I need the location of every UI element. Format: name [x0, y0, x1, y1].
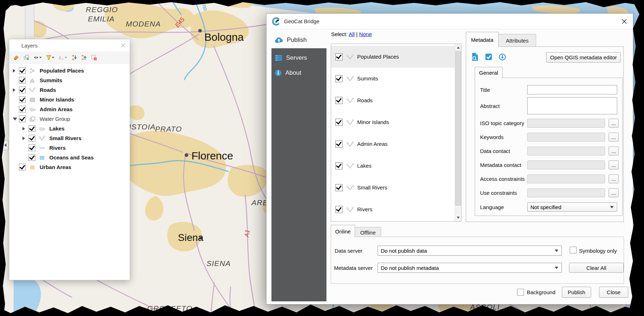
list-item-summits[interactable]: Summits [331, 68, 461, 89]
item-checkbox[interactable] [335, 53, 343, 60]
layer-checkbox[interactable] [19, 67, 26, 74]
list-item-small-rivers[interactable]: Small Rivers [331, 177, 461, 198]
symbology-only-checkbox[interactable] [570, 247, 576, 253]
expand-all-icon[interactable] [72, 55, 78, 60]
data-server-value: Do not publish data [381, 248, 427, 254]
list-item-roads[interactable]: Roads [331, 89, 461, 111]
iso-topic-category-browse-button[interactable]: ... [609, 119, 619, 128]
layer-row-urban-areas[interactable]: Urban Areas [9, 162, 130, 172]
layer-checkbox[interactable] [19, 77, 26, 84]
tab-offline[interactable]: Offline [355, 227, 381, 238]
title-input[interactable] [527, 85, 617, 94]
expand-right-icon[interactable] [13, 88, 17, 92]
map-themes-icon[interactable] [34, 55, 42, 60]
background-checkbox[interactable] [517, 289, 524, 296]
geocat-bridge-dialog: GeoCat Bridge Publish [266, 13, 633, 305]
keywords-browse-button[interactable]: ... [609, 133, 619, 142]
layer-label: Summits [40, 77, 62, 83]
layer-checkbox[interactable] [29, 144, 35, 151]
layer-checkbox[interactable] [19, 96, 26, 103]
layer-row-small-rivers[interactable]: Small Rivers [9, 133, 130, 143]
map-label-siena-city: Siena [178, 232, 204, 243]
expand-right-icon[interactable] [23, 127, 27, 130]
tab-metadata[interactable]: Metadata [466, 32, 499, 47]
close-icon[interactable] [120, 43, 126, 48]
expand-down-icon[interactable] [13, 118, 17, 120]
data-contact-browse-button[interactable]: ... [609, 147, 619, 155]
list-item-populated-places[interactable]: Populated Places [331, 46, 461, 68]
layer-row-oceans-and-seas[interactable]: Oceans and Seas [9, 153, 130, 162]
scrollbar[interactable] [455, 44, 461, 221]
nav-item-about[interactable]: About [271, 66, 326, 80]
preview-metadata-icon[interactable] [471, 53, 479, 61]
publish-button[interactable]: Publish [562, 287, 591, 298]
button-label: Clear All [586, 265, 606, 271]
item-checkbox[interactable] [335, 140, 343, 148]
scroll-up-icon[interactable] [455, 44, 461, 50]
line-symbol-icon [29, 87, 37, 93]
use-constraints-browse-button[interactable]: ... [609, 188, 619, 197]
layer-checkbox[interactable] [29, 154, 35, 161]
clear-all-button[interactable]: Clear All [569, 263, 624, 273]
button-label: Publish [568, 289, 585, 295]
abstract-textarea[interactable] [527, 97, 617, 114]
list-item-lakes[interactable]: Lakes [331, 155, 461, 177]
layer-checkbox[interactable] [29, 125, 35, 132]
layer-row-minor-islands[interactable]: Minor Islands [9, 95, 130, 104]
metadata-contact-browse-button[interactable]: ... [609, 161, 619, 169]
collapse-all-icon[interactable] [81, 55, 87, 60]
layer-checkbox[interactable] [19, 87, 26, 93]
list-item-rivers[interactable]: Rivers [331, 198, 461, 220]
item-checkbox[interactable] [335, 97, 343, 104]
tab-general[interactable]: General [475, 67, 503, 78]
layer-row-rivers[interactable]: Rivers [9, 143, 130, 153]
layers-tree: Populated Places Summits Roads Minor Isl… [9, 66, 130, 280]
item-checkbox[interactable] [335, 184, 343, 191]
close-icon[interactable] [621, 19, 627, 24]
open-qgis-metadata-editor-button[interactable]: Open QGIS metadata editor [546, 52, 621, 63]
data-server-select[interactable]: Do not publish data [378, 246, 562, 256]
item-checkbox[interactable] [335, 206, 343, 213]
validate-metadata-icon[interactable] [485, 53, 493, 61]
publish-layer-list[interactable]: Populated Places Summits Roads Minor Isl… [331, 44, 461, 222]
layer-checkbox[interactable] [19, 106, 26, 113]
dialog-titlebar[interactable]: GeoCat Bridge [266, 14, 633, 29]
style-manager-icon[interactable] [14, 55, 20, 60]
scrollbar-thumb[interactable] [455, 51, 461, 206]
expand-right-icon[interactable] [13, 69, 17, 73]
layer-row-lakes[interactable]: Lakes [9, 124, 130, 133]
close-button[interactable]: Close [599, 287, 628, 298]
panel-collapse-button[interactable] [2, 140, 9, 150]
layer-row-water-group[interactable]: Water Group [9, 114, 130, 124]
import-metadata-icon[interactable] [499, 53, 506, 61]
layer-row-admin-areas[interactable]: Admin Areas [9, 104, 130, 114]
language-select[interactable]: Not specified [527, 202, 617, 212]
remove-layer-icon[interactable] [91, 55, 97, 60]
expression-filter-icon[interactable]: ε [59, 55, 68, 60]
iso-topic-category-field [527, 119, 605, 128]
nav-item-publish[interactable]: Publish [271, 33, 326, 47]
select-all-link[interactable]: All [349, 31, 355, 37]
item-checkbox[interactable] [335, 119, 343, 126]
filter-legend-icon[interactable] [46, 55, 55, 60]
scroll-down-icon[interactable] [455, 216, 461, 221]
tab-attributes[interactable]: Attributes [498, 34, 536, 47]
layer-checkbox[interactable] [19, 164, 26, 171]
add-group-icon[interactable] [24, 55, 30, 60]
item-checkbox[interactable] [335, 162, 343, 169]
layer-checkbox[interactable] [19, 115, 26, 122]
item-checkbox[interactable] [335, 75, 343, 82]
general-pane: Title Abstract ISO topic category ... Ke… [475, 78, 623, 216]
layer-row-populated-places[interactable]: Populated Places [9, 66, 130, 75]
nav-item-servers[interactable]: Servers [271, 51, 326, 65]
layer-row-summits[interactable]: Summits [9, 75, 130, 85]
select-none-link[interactable]: None [359, 31, 372, 37]
layer-row-roads[interactable]: Roads [9, 85, 130, 95]
list-item-admin-areas[interactable]: Admin Areas [331, 133, 461, 155]
list-item-minor-islands[interactable]: Minor Islands [331, 111, 461, 133]
metadata-server-select[interactable]: Do not publish metadata [378, 263, 562, 273]
expand-right-icon[interactable] [23, 137, 27, 140]
layer-checkbox[interactable] [29, 135, 35, 142]
tab-online[interactable]: Online [331, 225, 355, 237]
access-constraints-browse-button[interactable]: ... [609, 174, 619, 183]
